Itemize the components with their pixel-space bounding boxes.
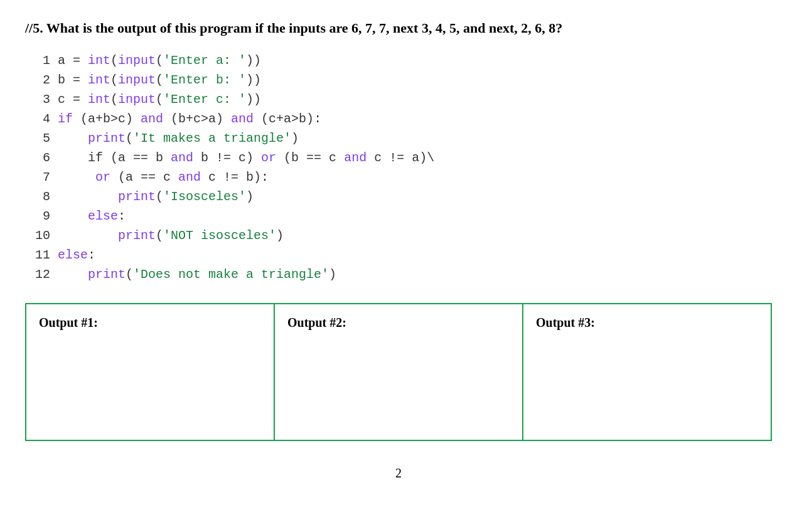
line-number: 9 — [31, 206, 50, 226]
line-content: if (a == b and b != c) or (b == c and c … — [58, 148, 434, 168]
page-number: 2 — [25, 466, 772, 481]
code-line: 9 else: — [31, 206, 772, 226]
output-section-1: Output #1: — [26, 304, 275, 440]
code-line: 1a = int(input('Enter a: ')) — [31, 51, 772, 70]
line-content: if (a+b>c) and (b+c>a) and (c+a>b): — [58, 109, 321, 129]
code-line: 7 or (a == c and c != b): — [31, 168, 772, 187]
line-content: a = int(input('Enter a: ')) — [58, 51, 261, 70]
code-line: 5 print('It makes a triangle') — [31, 129, 772, 148]
line-content: b = int(input('Enter b: ')) — [58, 70, 261, 90]
output-section-3: Output #3: — [523, 304, 771, 440]
line-content: print('It makes a triangle') — [58, 129, 299, 148]
output-box: Output #1: Output #2: Output #3: — [25, 303, 772, 441]
output-label-3: Output #3: — [536, 316, 758, 330]
code-line: 3c = int(input('Enter c: ')) — [31, 90, 772, 109]
line-number: 8 — [31, 187, 50, 206]
output-section-2: Output #2: — [275, 304, 523, 440]
output-label-2: Output #2: — [287, 316, 510, 330]
code-line: 6 if (a == b and b != c) or (b == c and … — [31, 148, 772, 168]
line-number: 5 — [31, 129, 50, 148]
code-line: 2b = int(input('Enter b: ')) — [31, 70, 772, 90]
line-content: print('Does not make a triangle') — [58, 265, 336, 284]
output-label-1: Output #1: — [39, 316, 261, 330]
question: //5. What is the output of this program … — [25, 19, 772, 38]
code-line: 12 print('Does not make a triangle') — [31, 265, 772, 284]
line-content: c = int(input('Enter c: ')) — [58, 90, 261, 109]
line-number: 4 — [31, 109, 50, 129]
line-content: else: — [58, 206, 126, 226]
line-number: 3 — [31, 90, 50, 109]
line-number: 6 — [31, 148, 50, 168]
line-number: 11 — [31, 245, 50, 265]
code-line: 4if (a+b>c) and (b+c>a) and (c+a>b): — [31, 109, 772, 129]
line-content: print('NOT isosceles') — [58, 226, 284, 245]
line-content: or (a == c and c != b): — [58, 168, 269, 187]
code-line: 10 print('NOT isosceles') — [31, 226, 772, 245]
line-number: 12 — [31, 265, 50, 284]
line-number: 1 — [31, 51, 50, 70]
code-block: 1a = int(input('Enter a: '))2b = int(inp… — [25, 51, 772, 284]
line-content: print('Isosceles') — [58, 187, 254, 206]
line-content: else: — [58, 245, 95, 265]
line-number: 7 — [31, 168, 50, 187]
line-number: 2 — [31, 70, 50, 90]
code-line: 11else: — [31, 245, 772, 265]
code-line: 8 print('Isosceles') — [31, 187, 772, 206]
line-number: 10 — [31, 226, 50, 245]
